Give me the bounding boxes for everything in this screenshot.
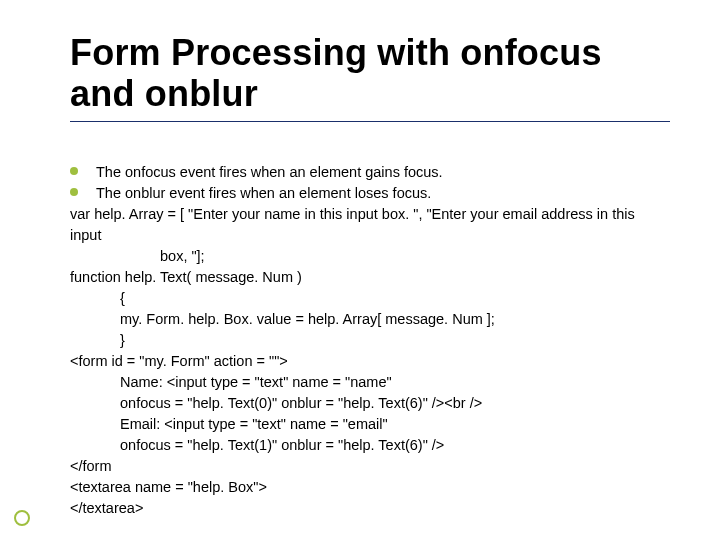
code-line: my. Form. help. Box. value = help. Array… — [70, 309, 670, 330]
slide: Form Processing with onfocus and onblur … — [0, 0, 720, 540]
code-line: onfocus = "help. Text(1)" onblur = "help… — [70, 435, 670, 456]
code-line: function help. Text( message. Num ) — [70, 267, 670, 288]
bullet-icon — [70, 167, 78, 175]
bullet-text: The onfocus event fires when an element … — [96, 164, 443, 180]
code-line: var help. Array = [ "Enter your name in … — [70, 204, 670, 246]
slide-title: Form Processing with onfocus and onblur — [70, 32, 670, 115]
code-line: onfocus = "help. Text(0)" onblur = "help… — [70, 393, 670, 414]
code-line: <textarea name = "help. Box"> — [70, 477, 670, 498]
code-line: Name: <input type = "text" name = "name" — [70, 372, 670, 393]
code-line: </form — [70, 456, 670, 477]
code-line: </textarea> — [70, 498, 670, 519]
code-line: box, "]; — [70, 246, 670, 267]
bullet-text: The onblur event fires when an element l… — [96, 185, 431, 201]
bullet-item: The onfocus event fires when an element … — [70, 162, 670, 183]
title-underline — [70, 121, 670, 122]
decorative-circle-icon — [14, 510, 30, 526]
code-line: { — [70, 288, 670, 309]
slide-body: The onfocus event fires when an element … — [70, 162, 670, 519]
bullet-icon — [70, 188, 78, 196]
code-line: Email: <input type = "text" name = "emai… — [70, 414, 670, 435]
code-line: <form id = "my. Form" action = ""> — [70, 351, 670, 372]
bullet-item: The onblur event fires when an element l… — [70, 183, 670, 204]
code-line: } — [70, 330, 670, 351]
